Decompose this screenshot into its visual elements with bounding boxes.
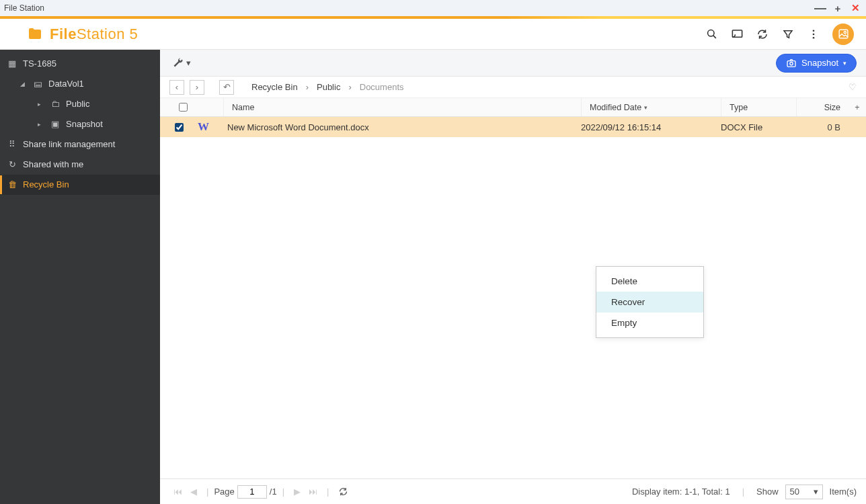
svg-point-4 bbox=[813, 33, 815, 35]
items-label: Item(s) bbox=[830, 487, 857, 497]
context-menu: Delete Recover Empty bbox=[596, 266, 704, 338]
recycle-icon: 🗑 bbox=[7, 179, 17, 191]
tools-menu[interactable]: ▾ bbox=[172, 57, 191, 69]
add-column-button[interactable]: + bbox=[849, 103, 866, 112]
pager: ⏮ ◀ | Page /1 | ▶ ⏭ | Display item: 1-1,… bbox=[160, 478, 866, 504]
sidebar-item-nas[interactable]: ▦ TS-1685 bbox=[0, 54, 160, 74]
window-titlebar: File Station — + ✕ bbox=[0, 0, 866, 16]
display-info: Display item: 1-1, Total: 1 bbox=[632, 487, 730, 497]
breadcrumb-item[interactable]: Recycle Bin bbox=[251, 82, 298, 92]
folder-outline-icon: 🗀 bbox=[50, 98, 61, 110]
row-checkbox[interactable] bbox=[175, 123, 184, 132]
sidebar-item-shared-with-me[interactable]: ↻ Shared with me bbox=[0, 155, 160, 175]
table-header: Name Modified Date▾ Type Size + bbox=[160, 98, 866, 117]
brand-text: FileStation 5 bbox=[50, 26, 138, 43]
page-first-button[interactable]: ⏮ bbox=[169, 487, 186, 497]
nav-back-button[interactable]: ‹ bbox=[169, 80, 184, 95]
sidebar-item-label: Shared with me bbox=[23, 159, 83, 171]
nav-forward-button[interactable]: › bbox=[190, 80, 204, 95]
nas-icon: ▦ bbox=[7, 58, 17, 70]
show-label: Show bbox=[756, 487, 779, 497]
svg-line-1 bbox=[713, 36, 715, 38]
filter-icon[interactable] bbox=[781, 28, 795, 41]
column-size[interactable]: Size bbox=[796, 98, 849, 116]
caret-right-icon: ▸ bbox=[38, 118, 44, 130]
sidebar-item-public[interactable]: ▸ 🗀 Public bbox=[0, 94, 160, 114]
column-name[interactable]: Name bbox=[223, 98, 581, 116]
breadcrumb-current: Documents bbox=[360, 82, 404, 92]
refresh-icon[interactable] bbox=[756, 28, 769, 41]
svg-point-7 bbox=[844, 32, 846, 34]
caret-down-icon: ◢ bbox=[20, 78, 27, 90]
column-modified[interactable]: Modified Date▾ bbox=[581, 98, 721, 116]
row-size: 0 B bbox=[796, 122, 849, 132]
context-menu-delete[interactable]: Delete bbox=[596, 271, 703, 292]
drive-icon: 🖴 bbox=[32, 78, 43, 90]
row-name: New Microsoft Word Document.docx bbox=[223, 122, 581, 132]
page-label: Page bbox=[214, 487, 234, 497]
content: ▾ Snapshot ▾ ‹ › ↶ Recycle Bin › Public … bbox=[160, 50, 866, 504]
chevron-down-icon: ▾ bbox=[814, 487, 818, 497]
toolbar: ▾ Snapshot ▾ bbox=[160, 50, 866, 77]
page-size-select[interactable]: 50▾ bbox=[785, 485, 823, 499]
svg-point-0 bbox=[707, 30, 714, 37]
minimize-icon[interactable]: — bbox=[815, 3, 826, 13]
folder-icon bbox=[27, 26, 43, 42]
svg-rect-6 bbox=[839, 30, 848, 38]
more-icon[interactable] bbox=[807, 28, 820, 41]
row-type: DOCX File bbox=[721, 122, 796, 132]
page-prev-button[interactable]: ◀ bbox=[186, 487, 201, 497]
sidebar-item-label: TS-1685 bbox=[23, 58, 56, 70]
brand: FileStation 5 bbox=[27, 26, 138, 43]
chevron-down-icon: ▾ bbox=[186, 58, 191, 68]
sort-desc-icon: ▾ bbox=[644, 104, 647, 111]
column-type[interactable]: Type bbox=[721, 98, 796, 116]
sidebar-item-recycle-bin[interactable]: 🗑 Recycle Bin bbox=[0, 175, 160, 195]
breadcrumb-item[interactable]: Public bbox=[317, 82, 340, 92]
chevron-right-icon: › bbox=[303, 82, 311, 92]
svg-rect-2 bbox=[732, 30, 742, 37]
page-input[interactable] bbox=[237, 485, 267, 499]
cast-icon[interactable] bbox=[730, 28, 744, 41]
sidebar-item-label: Public bbox=[66, 98, 89, 110]
maximize-icon[interactable]: + bbox=[832, 3, 843, 13]
snapshot-button[interactable]: Snapshot ▾ bbox=[776, 54, 857, 73]
row-modified: 2022/09/12 16:15:14 bbox=[581, 122, 721, 132]
search-icon[interactable] bbox=[705, 28, 718, 41]
account-button[interactable] bbox=[832, 24, 854, 45]
chevron-right-icon: › bbox=[346, 82, 354, 92]
sidebar: ▦ TS-1685 ◢ 🖴 DataVol1 ▸ 🗀 Public ▸ ▣ Sn… bbox=[0, 50, 160, 504]
close-icon[interactable]: ✕ bbox=[850, 3, 861, 13]
select-all-checkbox[interactable] bbox=[179, 103, 188, 112]
sidebar-item-snapshot[interactable]: ▸ ▣ Snapshot bbox=[0, 114, 160, 134]
nav-up-button[interactable]: ↶ bbox=[219, 80, 234, 95]
sidebar-item-label: Snapshot bbox=[66, 118, 103, 130]
window-title: File Station bbox=[4, 3, 44, 13]
page-total: /1 bbox=[270, 487, 277, 497]
svg-point-5 bbox=[813, 36, 815, 38]
context-menu-recover[interactable]: Recover bbox=[596, 292, 703, 312]
sidebar-item-share-link[interactable]: ⠿ Share link management bbox=[0, 134, 160, 155]
snapshot-icon: ▣ bbox=[50, 118, 61, 130]
word-file-icon: W bbox=[198, 120, 209, 133]
sidebar-item-label: DataVol1 bbox=[48, 78, 84, 90]
caret-right-icon: ▸ bbox=[38, 98, 44, 110]
page-next-button[interactable]: ▶ bbox=[290, 487, 305, 497]
share-icon: ⠿ bbox=[7, 138, 17, 151]
shared-icon: ↻ bbox=[7, 159, 17, 171]
chevron-down-icon: ▾ bbox=[843, 60, 847, 67]
sidebar-item-label: Recycle Bin bbox=[23, 179, 69, 191]
context-menu-empty[interactable]: Empty bbox=[596, 312, 703, 333]
svg-point-3 bbox=[813, 30, 815, 32]
favorite-icon[interactable]: ♡ bbox=[849, 82, 857, 92]
app-header: FileStation 5 bbox=[0, 19, 866, 50]
page-last-button[interactable]: ⏭ bbox=[305, 487, 321, 497]
sidebar-item-volume[interactable]: ◢ 🖴 DataVol1 bbox=[0, 74, 160, 94]
sidebar-item-label: Share link management bbox=[23, 138, 115, 151]
breadcrumb: ‹ › ↶ Recycle Bin › Public › Documents ♡ bbox=[160, 77, 866, 98]
snapshot-label: Snapshot bbox=[801, 58, 838, 68]
svg-point-9 bbox=[790, 62, 793, 65]
page-refresh-button[interactable] bbox=[334, 487, 352, 497]
table-row[interactable]: W New Microsoft Word Document.docx 2022/… bbox=[160, 117, 866, 137]
